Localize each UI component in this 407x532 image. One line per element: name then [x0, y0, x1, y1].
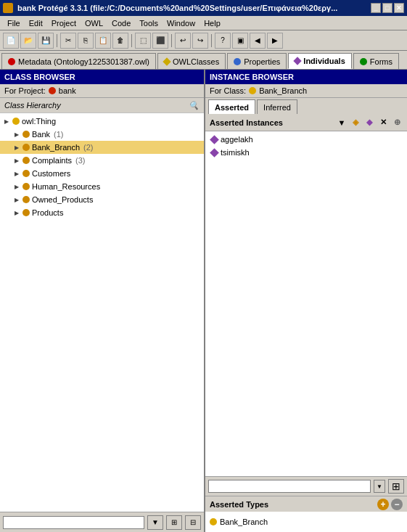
- separator-3: [171, 34, 172, 47]
- class-browser-header: CLASS BROWSER: [0, 70, 204, 84]
- import-button[interactable]: ⬛: [152, 33, 168, 49]
- menu-window[interactable]: Window: [163, 17, 200, 29]
- instance-combo-action[interactable]: ⊞: [388, 479, 404, 494]
- cut-button[interactable]: ✂: [60, 33, 76, 49]
- instance-class-name: Bank_Branch: [259, 86, 307, 95]
- class-search-input[interactable]: [3, 516, 144, 529]
- class-hierarchy-label: Class Hierarchy: [4, 101, 61, 110]
- tree-item-bank[interactable]: ▶ Bank (1): [0, 128, 204, 141]
- instance-label-tsimiskh: tsimiskh: [221, 148, 250, 157]
- class-action-btn2[interactable]: ⊟: [185, 515, 201, 530]
- project-name: bank: [59, 86, 76, 95]
- tree-item-owned-products[interactable]: ▶ Owned_Products: [0, 193, 204, 206]
- new-button[interactable]: 📄: [3, 33, 19, 49]
- asserted-type-dot-icon: [210, 518, 217, 525]
- class-browser-bottom: ▼ ⊞ ⊟: [0, 512, 204, 532]
- nav-forward[interactable]: ▶: [267, 33, 283, 49]
- instance-browser-header: INSTANCE BROWSER: [205, 70, 407, 84]
- tab-individuals-icon: [294, 57, 302, 65]
- title-bar: bank Protégé 3.3.1 (file:/C:/Documents%2…: [0, 0, 407, 16]
- tab-properties-label: Properties: [244, 57, 280, 66]
- tree-item-human-resources[interactable]: ▶ Human_Resources: [0, 180, 204, 193]
- hr-label: Human_Resources: [32, 182, 100, 191]
- class-dropdown-btn[interactable]: ▼: [147, 515, 163, 530]
- class-browser-panel: CLASS BROWSER For Project: bank Class Hi…: [0, 70, 205, 532]
- separator-2: [131, 34, 132, 47]
- tree-arrow-hr: ▶: [13, 183, 20, 190]
- tree-item-bankbranch[interactable]: ▶ Bank_Branch (2): [0, 141, 204, 154]
- nav-back[interactable]: ◀: [250, 33, 266, 49]
- instance-label-aggelakh: aggelakh: [221, 135, 253, 144]
- instance-item-tsimiskh[interactable]: tsimiskh: [205, 146, 407, 159]
- info-button[interactable]: ▣: [232, 33, 248, 49]
- complaints-count: (3): [75, 156, 85, 165]
- tab-owlclasses[interactable]: OWLClasses: [157, 53, 226, 69]
- remove-type-button[interactable]: −: [391, 499, 403, 510]
- menu-project[interactable]: Project: [47, 17, 81, 29]
- instance-dropdown-btn[interactable]: ▼: [336, 117, 348, 128]
- tab-inferred[interactable]: Inferred: [257, 99, 297, 114]
- save-button[interactable]: 💾: [38, 33, 54, 49]
- instance-diamond-icon-1: [210, 135, 219, 144]
- add-type-button[interactable]: +: [377, 499, 389, 510]
- instance-add-btn[interactable]: ◈: [350, 117, 361, 128]
- main-tabs: Metadata (Ontology1225301387.owl) OWLCla…: [0, 51, 407, 70]
- menu-file[interactable]: File: [3, 17, 25, 29]
- undo-button[interactable]: ↩: [175, 33, 191, 49]
- products-dot-icon: [22, 209, 30, 216]
- tree-item-owlthing[interactable]: ▶ owl:Thing: [0, 115, 204, 128]
- class-action-btn1[interactable]: ⊞: [166, 515, 182, 530]
- tab-individuals[interactable]: Individuals: [288, 53, 351, 69]
- open-button[interactable]: 📂: [20, 33, 36, 49]
- tab-metadata-icon: [8, 58, 15, 65]
- tab-individuals-label: Individuals: [303, 57, 345, 65]
- main-content: CLASS BROWSER For Project: bank Class Hi…: [0, 70, 407, 532]
- complaints-dot-icon: [22, 157, 30, 164]
- help-button[interactable]: ?: [215, 33, 231, 49]
- instance-move-btn[interactable]: ⊕: [391, 117, 403, 128]
- menu-help[interactable]: Help: [200, 17, 225, 29]
- instance-search-input[interactable]: [208, 480, 371, 493]
- instance-item-aggelakh[interactable]: aggelakh: [205, 133, 407, 146]
- tab-metadata[interactable]: Metadata (Ontology1225301387.owl): [1, 53, 156, 69]
- tab-properties-icon: [234, 58, 241, 65]
- export-button[interactable]: ⬚: [135, 33, 151, 49]
- tree-item-customers[interactable]: ▶ Customers: [0, 167, 204, 180]
- instance-delete-btn[interactable]: ✕: [377, 117, 389, 128]
- asserted-type-name: Bank_Branch: [220, 517, 268, 526]
- instance-copy-btn[interactable]: ◆: [363, 117, 375, 128]
- app-icon: [3, 3, 13, 13]
- owned-products-label: Owned_Products: [32, 195, 93, 204]
- window-controls: _ □ ✕: [371, 3, 404, 13]
- tree-item-products[interactable]: ▶ Products: [0, 206, 204, 219]
- tab-inferred-label: Inferred: [263, 103, 291, 112]
- owlthing-label: owl:Thing: [22, 117, 56, 126]
- instance-header-icons: ▼ ◈ ◆ ✕ ⊕: [336, 117, 403, 128]
- for-project-label: For Project:: [4, 86, 46, 95]
- minimize-button[interactable]: _: [371, 3, 381, 13]
- close-button[interactable]: ✕: [394, 3, 404, 13]
- tab-properties[interactable]: Properties: [227, 53, 287, 69]
- search-classes-button[interactable]: 🔍: [188, 99, 200, 111]
- instance-combo-dropdown[interactable]: ▼: [374, 480, 385, 493]
- tree-arrow-customers: ▶: [13, 170, 20, 177]
- menu-tools[interactable]: Tools: [135, 17, 163, 29]
- tab-owlclasses-label: OWLClasses: [173, 57, 219, 66]
- title-text: bank Protégé 3.3.1 (file:/C:/Documents%2…: [17, 4, 337, 12]
- paste-button[interactable]: 📋: [95, 33, 111, 49]
- tab-metadata-label: Metadata (Ontology1225301387.owl): [18, 57, 149, 66]
- menu-edit[interactable]: Edit: [25, 17, 47, 29]
- copy-button[interactable]: ⎘: [78, 33, 94, 49]
- delete-button[interactable]: 🗑: [112, 33, 128, 49]
- tab-asserted[interactable]: Asserted: [208, 99, 255, 114]
- customers-dot-icon: [22, 170, 30, 177]
- menu-code[interactable]: Code: [107, 17, 135, 29]
- instance-list-header: Asserted Instances ▼ ◈ ◆ ✕ ⊕: [205, 114, 407, 131]
- project-dot-icon: [49, 87, 56, 94]
- tab-forms[interactable]: Forms: [353, 53, 399, 69]
- asserted-types-body: Bank_Branch: [205, 512, 407, 532]
- redo-button[interactable]: ↪: [192, 33, 208, 49]
- tree-item-complaints[interactable]: ▶ Complaints (3): [0, 154, 204, 167]
- maximize-button[interactable]: □: [382, 3, 392, 13]
- menu-owl[interactable]: OWL: [81, 17, 107, 29]
